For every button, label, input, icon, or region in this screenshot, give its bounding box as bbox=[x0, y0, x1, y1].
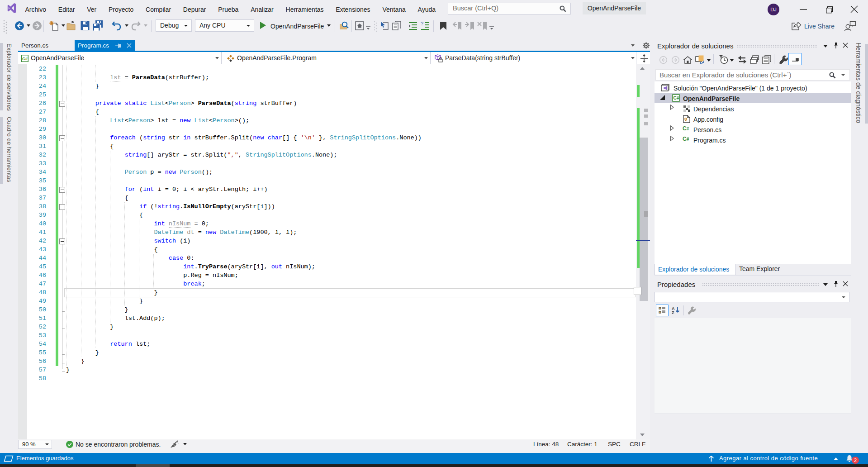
svg-text:?: ? bbox=[421, 21, 423, 26]
svg-text:C#: C# bbox=[22, 56, 28, 61]
svg-text:Z: Z bbox=[672, 310, 674, 315]
svg-text:C#: C# bbox=[674, 95, 679, 100]
